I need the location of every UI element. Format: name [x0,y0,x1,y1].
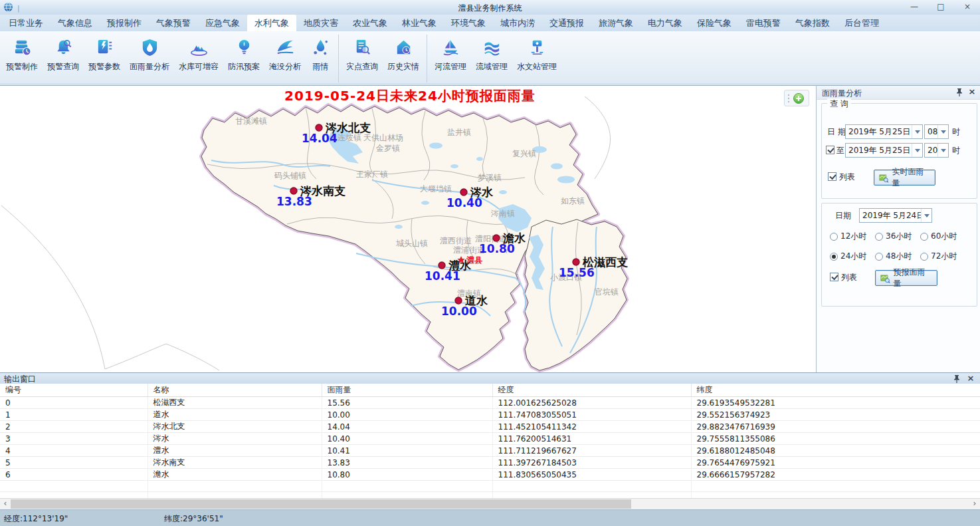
forecast-list-checkbox[interactable] [830,273,838,281]
table-row[interactable]: 5涔水南支13.83111.39726718450329.76544769759… [0,457,980,469]
menu-tabs: 日常业务气象信息预报制作气象预警应急气象水利气象地质灾害农业气象林业气象环境气象… [0,15,980,31]
toolbar-button[interactable]: 淹没分析 [264,33,306,84]
scroll-left-arrow[interactable]: ‹ [0,499,11,509]
column-header[interactable]: 编号 [0,384,147,397]
output-close-icon[interactable]: × [966,373,975,384]
end-hour-select[interactable]: 20 [924,143,949,158]
column-header[interactable]: 面雨量 [322,384,492,397]
menu-tab[interactable]: 日常业务 [1,15,50,31]
query-group-legend: 查 询 [827,98,851,110]
radio-option[interactable]: 60小时 [920,231,957,242]
menu-tab[interactable]: 后台管理 [837,15,886,31]
menu-tab[interactable]: 雷电预警 [739,15,788,31]
reservoir-icon [189,35,209,59]
column-header[interactable]: 纬度 [691,384,980,397]
alert-search-icon [53,35,74,59]
menu-tab[interactable]: 气象信息 [50,15,100,31]
table-row[interactable]: 4澧水10.41111.71121966762729.6188012485048 [0,445,980,457]
forecast-date-select[interactable]: 2019年 5月24日 [859,208,932,223]
menu-tab[interactable]: 保险气象 [690,15,739,31]
panel-header: 面雨量分析 × [817,86,980,100]
toolbar-button[interactable]: 水库可增容 [174,33,223,84]
close-button[interactable]: × [961,1,973,12]
toolbar-button[interactable]: 流域管理 [471,33,512,84]
window-title: 澧县业务制作系统 [0,3,980,14]
ribbon-toolbar: 预警制作预警查询预警参数面雨量分析水库可增容防汛预案淹没分析雨情灾点查询历史灾情… [0,31,980,84]
table-cell: 111.452105411342 [492,421,691,433]
toolbar-button[interactable]: 灾点查询 [342,33,383,84]
menu-tab[interactable]: 交通预报 [542,15,591,31]
table-row[interactable]: 3涔水10.40111.7620051463129.7555811355086 [0,433,980,445]
radio-option[interactable]: 72小时 [920,251,957,262]
toolbar-button[interactable]: 防汛预案 [223,33,264,84]
toolbar-button[interactable]: 河流管理 [430,33,471,84]
toolbar-button-label: 预警查询 [47,61,79,72]
menu-tab[interactable]: 林业气象 [395,15,444,31]
menu-tab[interactable]: 气象预警 [149,15,198,31]
latitude-readout: 纬度:29°36'51" [164,513,223,525]
end-date-select[interactable]: 2019年 5月25日 [845,143,923,158]
map-zoom-button[interactable] [784,90,809,106]
table-row[interactable]: 2涔水北支14.04111.45210541134229.88234767169… [0,421,980,433]
table-row[interactable]: 6澹水10.80111.83056505043529.6666157957282 [0,469,980,481]
table-row[interactable]: 1道水10.00111.74708305505129.552156374923 [0,409,980,421]
toolbar-button-label: 防汛预案 [228,61,260,72]
toolbar-button[interactable]: 雨情 [306,33,336,84]
toolbar-button[interactable]: 预警制作 [1,33,43,84]
menu-tab[interactable]: 城市内涝 [493,15,542,31]
column-header[interactable]: 名称 [147,384,322,397]
station-dot-icon [290,188,297,194]
radio-option[interactable]: 24小时 [830,251,866,262]
toolbar-button-label: 水库可增容 [179,61,219,72]
table-cell: 29.7654476975921 [691,457,980,469]
realtime-rain-button[interactable]: 实时面雨量 [874,170,935,186]
radio-circle-icon [875,233,883,241]
table-cell: 道水 [147,409,322,421]
maximize-button[interactable]: □ [935,1,947,12]
map-title: 2019-05-24日未来24小时预报面雨量 [284,88,536,104]
menu-tab[interactable]: 水利气象 [247,15,296,31]
start-date-select[interactable]: 2019年 5月25日 [845,124,923,139]
start-hour-select[interactable]: 08 [924,124,949,139]
minimize-button[interactable]: — [908,1,920,12]
menu-tab[interactable]: 预报制作 [100,15,149,31]
scroll-thumb[interactable] [11,499,631,509]
radio-label: 24小时 [840,251,866,262]
to-checkbox[interactable] [826,146,834,154]
table-cell: 4 [0,445,147,457]
rain-info-icon [310,35,331,59]
menu-tab[interactable]: 应急气象 [198,15,247,31]
map-svg[interactable]: 甘溪滩镇火连坡镇天供山林场金罗镇盐井镇复兴镇码头铺镇王家厂镇大堰垱镇梦溪镇如东镇… [0,86,816,373]
output-pin-icon[interactable] [953,374,961,384]
radio-label: 60小时 [931,231,957,242]
column-header[interactable]: 经度 [492,384,691,397]
radio-option[interactable]: 12小时 [830,231,866,242]
forecast-rain-button[interactable]: 预报面雨量 [875,270,937,286]
hour-suffix-label: 时 [952,143,960,158]
table-row[interactable]: 0松滋西支15.56112.00162562502829.61935495322… [0,397,980,409]
table-cell: 10.41 [322,445,492,457]
radio-option[interactable]: 48小时 [875,251,912,262]
list-checkbox[interactable] [828,172,836,181]
menu-tab[interactable]: 旅游气象 [591,15,640,31]
menu-tab[interactable]: 环境气象 [444,15,493,31]
horizontal-scrollbar[interactable]: ‹ › [0,498,980,509]
pin-icon[interactable] [956,88,964,97]
application-window: | 澧县业务制作系统 — □ × 日常业务气象信息预报制作气象预警应急气象水利气… [0,0,980,526]
toolbar-divider [338,35,339,82]
panel-close-icon[interactable]: × [967,86,977,97]
menu-tab[interactable]: 电力气象 [640,15,690,31]
toolbar-button[interactable]: 水文站管理 [512,33,561,84]
toolbar-button[interactable]: 预警参数 [84,33,125,84]
station-dot-icon [455,297,462,304]
menu-tab[interactable]: 农业气象 [345,15,395,31]
menu-tab[interactable]: 地质灾害 [296,15,345,31]
table-cell: 111.830565050435 [492,469,691,481]
town-label: 盐井镇 [447,128,471,137]
toolbar-button[interactable]: 面雨量分析 [125,33,174,84]
menu-tab[interactable]: 气象指数 [788,15,837,31]
radio-option[interactable]: 36小时 [875,231,912,242]
toolbar-button[interactable]: 历史灾情 [383,33,424,84]
toolbar-button[interactable]: 预警查询 [43,33,84,84]
scroll-right-arrow[interactable]: › [969,499,980,509]
